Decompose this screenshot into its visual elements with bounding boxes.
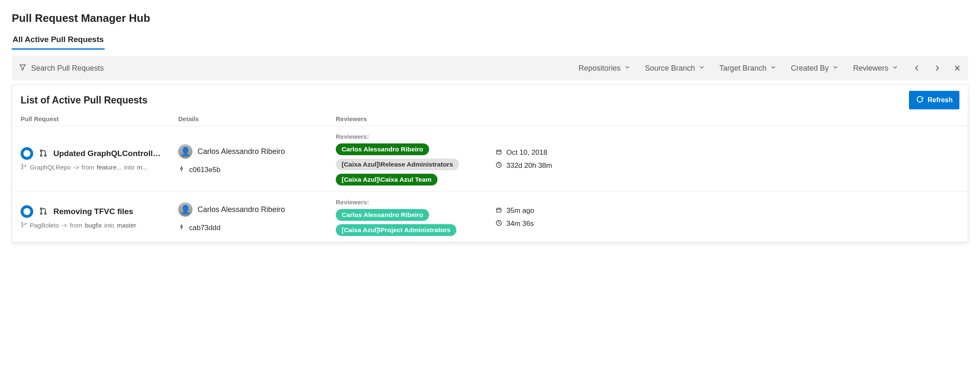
card-title: List of Active Pull Requests — [21, 95, 148, 106]
target-branch: master — [117, 222, 136, 229]
filter-label: Created By — [791, 64, 829, 73]
status-pending-icon — [21, 205, 33, 218]
filter-label: Target Branch — [719, 64, 767, 73]
table-row[interactable]: Removing TFVC files PagBoleto -> from bu… — [12, 192, 968, 242]
pr-title: Updated GraphQLController... — [53, 149, 163, 158]
source-branch: feature... — [97, 164, 121, 171]
filter-next-button[interactable] — [933, 64, 941, 72]
target-branch: m... — [137, 164, 148, 171]
tab-all-active[interactable]: All Active Pull Requests — [12, 32, 105, 50]
commit-hash: cab73ddd — [189, 224, 221, 232]
calendar-icon — [495, 148, 502, 157]
column-header-pr: Pull Request — [21, 115, 178, 122]
repo-name: GraphQLRepo — [30, 164, 71, 171]
clock-icon — [495, 220, 502, 228]
source-branch: bugfix — [85, 222, 102, 229]
pullrequest-icon — [39, 149, 47, 159]
search-placeholder: Search Pull Requests — [31, 64, 104, 73]
filter-reviewers[interactable]: Reviewers — [853, 64, 898, 73]
branch-icon — [21, 221, 27, 229]
reviewers-label: Reviewers: — [336, 199, 495, 206]
creation-date: Oct 10, 2018 — [506, 148, 547, 157]
filter-clear-button[interactable] — [953, 64, 962, 72]
pr-list-card: List of Active Pull Requests Refresh Pul… — [12, 85, 968, 242]
filter-label: Source Branch — [645, 64, 695, 73]
page-title: Pull Request Manager Hub — [12, 12, 968, 25]
filter-prev-button[interactable] — [913, 64, 921, 72]
filter-source-branch[interactable]: Source Branch — [645, 64, 705, 73]
branch-icon — [21, 163, 27, 171]
reviewer-badge[interactable]: [Caixa Azul]\Caixa Azul Team — [336, 174, 437, 185]
pr-title: Removing TFVC files — [53, 207, 133, 216]
reviewer-badge[interactable]: [Caixa Azul]\Release Administrators — [336, 159, 459, 170]
avatar: 👤 — [178, 202, 192, 217]
refresh-label: Refresh — [927, 96, 953, 104]
author-name: Carlos Alessandro Ribeiro — [198, 147, 285, 156]
avatar: 👤 — [178, 144, 192, 159]
reviewers-label: Reviewers: — [336, 133, 495, 140]
column-header-reviewers: Reviewers — [336, 115, 495, 122]
filter-label: Repositories — [579, 64, 621, 73]
commit-hash: c0613e5b — [189, 166, 221, 174]
reviewer-badge[interactable]: Carlos Alessandro Ribeiro — [336, 209, 429, 221]
pullrequest-icon — [39, 207, 47, 217]
column-header-details: Details — [178, 115, 336, 122]
reviewer-badge[interactable]: [Caixa Azul]\Project Administrators — [336, 224, 456, 236]
refresh-button[interactable]: Refresh — [909, 91, 959, 109]
calendar-icon — [495, 207, 502, 215]
chevron-down-icon — [698, 64, 705, 73]
reviewer-badge[interactable]: Carlos Alessandro Ribeiro — [336, 143, 429, 155]
filter-bar: Search Pull Requests Repositories Source… — [12, 56, 968, 80]
commit-icon — [178, 223, 185, 232]
clock-icon — [495, 162, 502, 170]
status-pending-icon — [21, 147, 33, 160]
filter-target-branch[interactable]: Target Branch — [719, 64, 777, 73]
filter-label: Reviewers — [853, 64, 888, 73]
chevron-down-icon — [832, 64, 839, 73]
search-input[interactable]: Search Pull Requests — [18, 63, 564, 74]
author-name: Carlos Alessandro Ribeiro — [198, 205, 285, 214]
refresh-icon — [916, 95, 924, 105]
chevron-down-icon — [624, 64, 631, 73]
repo-name: PagBoleto — [30, 222, 59, 229]
age: 332d 20h 38m — [506, 162, 552, 170]
chevron-down-icon — [770, 64, 777, 73]
age: 34m 36s — [506, 220, 534, 228]
filter-created-by[interactable]: Created By — [791, 64, 839, 73]
tabs: All Active Pull Requests — [12, 32, 968, 50]
filter-repositories[interactable]: Repositories — [579, 64, 631, 73]
commit-icon — [178, 165, 185, 174]
creation-date: 35m ago — [506, 207, 534, 215]
chevron-down-icon — [892, 64, 898, 73]
filter-icon — [18, 63, 27, 74]
table-row[interactable]: Updated GraphQLController... GraphQLRepo… — [12, 126, 968, 192]
